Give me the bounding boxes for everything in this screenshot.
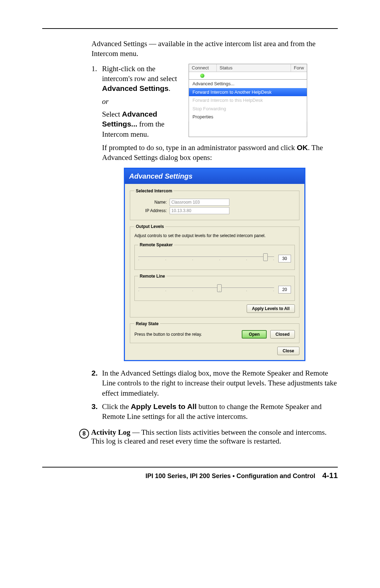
- apply-levels-button[interactable]: Apply Levels to All: [247, 304, 295, 313]
- step-1-num: 1.: [91, 64, 102, 74]
- remote-speaker-slider[interactable]: ······: [138, 256, 274, 265]
- step-1-or: or: [102, 97, 183, 106]
- top-rule: [42, 28, 338, 29]
- ip-field[interactable]: [170, 207, 229, 214]
- selected-intercom-legend: Selected Intercom: [134, 188, 173, 194]
- footer: IPI 100 Series, IPI 200 Series • Configu…: [42, 467, 338, 480]
- remote-line-legend: Remote Line: [138, 273, 166, 279]
- footer-title: IPI 100 Series, IPI 200 Series • Configu…: [146, 472, 315, 480]
- item-8: 8 Activity Log — This section lists acti…: [79, 428, 338, 446]
- item-8-circle: 8: [79, 429, 89, 439]
- menu-stop-forwarding[interactable]: Stop Forwarding: [189, 105, 307, 113]
- status-row[interactable]: [189, 72, 307, 80]
- step-1: 1. Right-click on the intercom's row and…: [91, 64, 338, 139]
- selected-intercom-group: Selected Intercom Name: IP Address:: [130, 188, 299, 220]
- col-connect[interactable]: Connect: [189, 64, 217, 72]
- output-levels-group: Output Levels Adjust controls to set the…: [130, 224, 299, 317]
- menu-advanced-settings[interactable]: Advanced Settings...: [189, 80, 307, 88]
- remote-speaker-legend: Remote Speaker: [138, 242, 174, 248]
- relay-desc: Press the button to control the relay.: [134, 332, 238, 337]
- context-menu-header: Connect Status Forw: [189, 64, 307, 72]
- name-field[interactable]: [170, 199, 229, 206]
- after-step1-text: If prompted to do so, type in an adminis…: [102, 143, 338, 163]
- remote-line-value: 20: [278, 286, 291, 293]
- close-button[interactable]: Close: [277, 347, 299, 355]
- step-2: 2. In the Advanced Settings dialog box, …: [91, 368, 338, 398]
- remote-line-slider[interactable]: ······: [138, 287, 274, 296]
- relay-state-group: Relay State Press the button to control …: [130, 321, 299, 343]
- remote-speaker-value: 30: [278, 255, 291, 262]
- menu-properties[interactable]: Properties: [189, 113, 307, 121]
- ip-label: IP Address:: [134, 208, 170, 213]
- item-8-title: Activity Log: [91, 428, 130, 437]
- step-1-text: Right-click on the intercom's row and se…: [102, 64, 183, 139]
- step-3-text: Click the Apply Levels to All button to …: [102, 402, 338, 422]
- context-menu: Connect Status Forw Advanced Settings...…: [189, 64, 307, 137]
- step-2-text: In the Advanced Settings dialog box, mov…: [102, 368, 338, 398]
- context-menu-items: Advanced Settings... Forward Intercom to…: [189, 79, 307, 122]
- relay-open-button[interactable]: Open: [242, 330, 267, 339]
- output-levels-legend: Output Levels: [134, 224, 165, 229]
- relay-closed-button[interactable]: Closed: [270, 330, 295, 339]
- col-forw[interactable]: Forw: [291, 64, 307, 72]
- step-3-num: 3.: [91, 402, 102, 411]
- name-label: Name:: [134, 199, 170, 205]
- step-3: 3. Click the Apply Levels to All button …: [91, 402, 338, 422]
- menu-forward-this[interactable]: Forward Intercom to this HelpDesk: [189, 96, 307, 105]
- status-dot-icon: [200, 74, 204, 78]
- remote-speaker-group: Remote Speaker ······ 30: [134, 242, 295, 270]
- col-status[interactable]: Status: [217, 64, 291, 72]
- footer-page: 4-11: [322, 471, 338, 480]
- step-2-num: 2.: [91, 368, 102, 378]
- menu-forward-another[interactable]: Forward Intercom to Another HelpDesk: [189, 88, 307, 97]
- remote-line-group: Remote Line ······ 20: [134, 273, 295, 301]
- advanced-settings-dialog: Advanced Settings Selected Intercom Name…: [124, 168, 305, 361]
- output-levels-desc: Adjust controls to set the output levels…: [134, 233, 295, 239]
- intro-text: Advanced Settings — available in the act…: [91, 39, 338, 59]
- relay-state-legend: Relay State: [134, 321, 160, 327]
- blank-rows: [189, 121, 307, 137]
- dialog-title: Advanced Settings: [125, 169, 304, 184]
